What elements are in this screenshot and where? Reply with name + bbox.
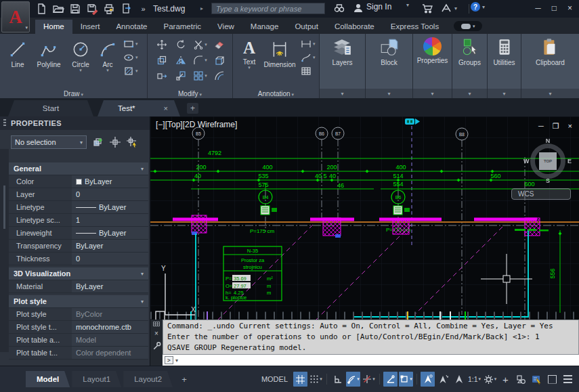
viewcube-south[interactable]: S (546, 177, 550, 184)
prop-row-plot-style[interactable]: Plot style ByColor (9, 308, 148, 321)
save-button[interactable] (69, 3, 81, 15)
tab-parametric[interactable]: Parametric (156, 20, 210, 34)
selection-dropdown[interactable]: No selection ▾ (11, 135, 87, 149)
wcs-selector[interactable]: WCS (511, 188, 571, 200)
prop-row-plot-table-attached[interactable]: Plot table a... Model (9, 334, 148, 347)
customize-wrench-icon[interactable] (152, 341, 161, 350)
file-tab-start[interactable]: Start (8, 100, 93, 116)
ribbon-display-options-button[interactable]: ▾ (454, 21, 482, 31)
drawing-area[interactable]: B5 B6 B7 B8 4792 (150, 116, 579, 366)
signin-dropdown[interactable]: ▾ (404, 2, 409, 8)
isolate-objects-button[interactable] (514, 372, 528, 387)
leader-button[interactable]: ▾ (301, 52, 316, 63)
application-menu-button[interactable]: A ▾ (1, 1, 30, 32)
panel-layers-expander[interactable]: ▾ (320, 89, 365, 98)
graphics-performance-button[interactable] (530, 372, 544, 387)
fillet-button[interactable]: ▾ (192, 53, 209, 67)
dock-grip-icon[interactable] (153, 322, 160, 326)
new-layout-button[interactable]: + (178, 374, 190, 385)
scale-value-button[interactable]: 1:1 ▾ (467, 372, 481, 387)
clean-screen-button[interactable] (545, 372, 559, 387)
qat-more-button[interactable]: » (137, 3, 149, 15)
annotation-visibility-button[interactable] (421, 372, 435, 387)
signin-button[interactable]: Sign In (366, 2, 391, 12)
recent-commands-icon[interactable]: ▾ (175, 357, 178, 364)
new-file-button[interactable] (35, 3, 47, 15)
batch-plot-button[interactable] (103, 3, 115, 15)
tab-annotate[interactable]: Annotate (108, 20, 155, 34)
isometric-drafting-button[interactable]: ▾ (362, 372, 376, 387)
customization-plus-button[interactable]: + (498, 372, 513, 387)
copy-button[interactable] (153, 53, 171, 67)
polyline-button[interactable]: Polyline (31, 36, 66, 77)
command-input[interactable]: > ▾ (163, 355, 579, 366)
viewcube[interactable]: N S W E TOP (526, 139, 570, 183)
prop-row-linetype-scale[interactable]: Linetype sc... 1 (9, 214, 148, 227)
tab-layout1[interactable]: Layout1 (72, 371, 121, 387)
workspace-switching-button[interactable]: ▾ (483, 372, 497, 387)
transfer-button[interactable] (120, 3, 132, 15)
prop-row-plot-table-type[interactable]: Plot table t... Color dependent (9, 347, 148, 360)
tab-layout2[interactable]: Layout2 (123, 371, 173, 387)
offset-button[interactable] (211, 69, 228, 83)
annotation-scale-icon-button[interactable] (452, 372, 466, 387)
scale-button[interactable] (172, 69, 190, 83)
tab-home[interactable]: Home (35, 20, 72, 34)
new-drawing-tab-button[interactable]: + (187, 103, 198, 114)
rotate-button[interactable] (172, 38, 190, 51)
arc-button[interactable]: Arc ▾ (95, 36, 121, 77)
doc-close-button[interactable]: × (568, 122, 572, 131)
block-button[interactable]: Block (366, 34, 412, 66)
search-button[interactable] (333, 2, 345, 14)
clipboard-button[interactable]: Clipboard (521, 34, 579, 66)
search-input[interactable] (211, 3, 325, 14)
command-history[interactable]: Command: _.undo Current settings: Auto =… (163, 320, 579, 355)
utilities-button[interactable]: Utilities (488, 34, 521, 66)
ortho-toggle-button[interactable] (330, 372, 345, 387)
panel-annotation-label[interactable]: Annotation (233, 90, 319, 97)
tab-collaborate[interactable]: Collaborate (326, 20, 383, 34)
autoscale-button[interactable] (436, 372, 450, 387)
autodesk-account-button[interactable]: ▾ (440, 2, 457, 14)
tab-insert[interactable]: Insert (72, 20, 108, 34)
prop-row-thickness[interactable]: Thickness 0 (9, 253, 148, 265)
prop-row-color[interactable]: Color ByLayer (9, 175, 148, 188)
minimize-button[interactable]: ─ (535, 3, 541, 13)
trim-button[interactable]: ▾ (192, 38, 209, 51)
layers-button[interactable]: Layers (320, 34, 365, 66)
section-general[interactable]: General▾ (9, 162, 148, 175)
hatch-button[interactable]: ▾ (123, 66, 138, 77)
palette-header[interactable]: PROPERTIES (0, 116, 150, 130)
doc-minimize-button[interactable]: ─ (538, 122, 544, 131)
tab-model[interactable]: Model (26, 371, 70, 387)
dock-close-icon[interactable]: × (154, 330, 158, 337)
table-button[interactable] (301, 66, 316, 77)
panel-draw-label[interactable]: Draw (0, 90, 147, 97)
section-plot-style[interactable]: Plot style▾ (9, 295, 148, 308)
app-store-button[interactable] (421, 2, 434, 14)
quick-select-button[interactable] (126, 136, 138, 148)
viewcube-east[interactable]: E (567, 158, 572, 165)
move-button[interactable] (153, 38, 171, 51)
palette-grip-icon[interactable] (3, 119, 6, 127)
groups-button[interactable]: Groups (452, 34, 487, 66)
palette-scrollbar[interactable] (0, 149, 9, 352)
prop-row-layer[interactable]: Layer 0 (9, 188, 148, 201)
erase-button[interactable] (211, 38, 228, 51)
object-snap-tracking-button[interactable] (383, 372, 398, 387)
prop-row-plot-style-table[interactable]: Plot style t... monochrome.ctb (9, 321, 148, 334)
panel-utilities-expander[interactable]: ▾ (488, 89, 521, 98)
ellipse-button[interactable]: ▾ (123, 52, 138, 63)
grid-toggle-button[interactable] (293, 372, 307, 387)
space-indicator[interactable]: MODEL (261, 375, 288, 383)
stretch-button[interactable] (153, 69, 171, 83)
explode-button[interactable] (211, 53, 228, 67)
object-snap-button[interactable]: ▾ (399, 372, 413, 387)
search-expand-icon[interactable]: ▸ (200, 5, 203, 12)
customization-menu-button[interactable] (561, 372, 575, 387)
tab-manage[interactable]: Manage (242, 20, 287, 34)
tab-express-tools[interactable]: Express Tools (383, 20, 447, 34)
panel-modify-label[interactable]: Modify (148, 90, 232, 97)
linear-dimension-button[interactable]: ▾ (301, 39, 316, 49)
signin-avatar[interactable] (352, 2, 364, 14)
